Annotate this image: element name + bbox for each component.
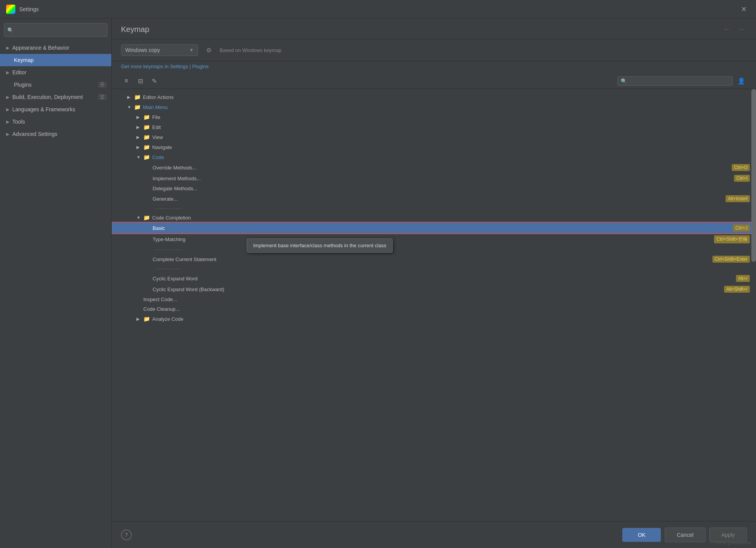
tree-item-label: Cyclic Expand Word [153,276,736,282]
sidebar-item-label: Keymap [14,57,34,63]
chevron-right-icon: ▶ [136,317,141,322]
sidebar-item-label: Advanced Settings [12,131,57,137]
shortcut-badge: Alt+Insert [726,195,750,202]
gear-button[interactable]: ⚙ [203,44,215,56]
help-button[interactable]: ? [121,530,132,540]
tree-item-label: Code Cleanup... [143,306,750,312]
back-arrow[interactable]: ← [721,25,733,34]
get-more-keymaps-link[interactable]: Get more keymaps in Settings | Plugins [121,64,208,69]
panel-header: Keymap ← → [112,18,756,39]
folder-icon: 📁 [143,114,150,120]
tree-item-delegate-methods[interactable]: Delegate Methods... [112,184,756,193]
shortcut-badge: Alt+/ [736,275,750,282]
separator: ------------ [112,245,756,254]
shortcut-badge: Ctrl+O [732,164,750,171]
sidebar-item-label: Editor [12,69,27,75]
shortcut-badge: Ctrl+Shift+空格 [714,235,750,243]
chevron-right-icon: ▶ [127,95,132,100]
sidebar-item-advanced[interactable] [0,140,111,146]
chevron-down-icon: ▼ [136,215,141,220]
shortcut-badge: Ctrl+Shift+Enter [712,256,750,263]
forward-arrow[interactable]: → [735,25,747,34]
tooltip-popup: Implement base interface/class methods i… [247,238,393,253]
person-button[interactable]: 👤 [736,75,747,86]
keymap-search[interactable]: 🔍 [617,76,733,86]
tree-item-view[interactable]: ▶ 📁 View [112,132,756,142]
tree-item-label: View [152,134,750,140]
shortcut-badge: Ctrl+I [734,175,750,182]
tree-item-label: Override Methods... [153,165,732,171]
sidebar-item-keymap[interactable]: Keymap [0,54,111,66]
sidebar-search[interactable]: 🔍 [4,23,108,37]
tree-item-complete-current[interactable]: Complete Current Statement Ctrl+Shift+En… [112,254,756,265]
tree-item-code-cleanup[interactable]: Code Cleanup... [112,304,756,314]
scrollbar-thumb[interactable] [751,89,756,262]
tree-item-label: Inspect Code... [143,297,750,302]
watermark: CSDN @Aesopcme [714,540,751,545]
tree-item-inspect-code[interactable]: Inspect Code... [112,295,756,304]
tree-item-edit[interactable]: ▶ 📁 Edit [112,122,756,132]
sidebar-item-version-control[interactable]: ▶ Build, Execution, Deployment ☰ [0,91,111,103]
folder-icon: 📁 [134,94,141,100]
expand-all-button[interactable]: ⊟ [135,75,146,86]
close-button[interactable]: ✕ [738,3,750,15]
window-title: Settings [19,6,738,12]
tooltip-text: Implement base interface/class methods i… [253,243,386,248]
cancel-button[interactable]: Cancel [665,528,706,542]
sidebar-item-label: Plugins [14,82,32,88]
sidebar-item-plugins[interactable]: Plugins ☰ [0,79,111,91]
chevron-right-icon: ▶ [6,95,9,100]
chevron-right-icon: ▶ [136,135,141,140]
sidebar-nav: ▶ Appearance & Behavior Keymap ▶ Editor … [0,42,111,548]
sidebar-item-build[interactable]: ▶ Languages & Frameworks [0,103,111,116]
tree-item-main-menu[interactable]: ▼ 📁 Main Menu [112,102,756,112]
sidebar-item-editor[interactable]: ▶ Editor [0,66,111,79]
tree-item-editor-actions[interactable]: ▶ 📁 Editor Actions [112,92,756,102]
help-label: ? [125,532,128,538]
settings-window: Settings ✕ 🔍 ▶ Appearance & Behavior Key… [0,0,756,548]
tree-item-label: Code Completion [152,215,750,221]
sidebar-item-languages[interactable]: ▶ Tools [0,116,111,128]
tree-item-implement-methods[interactable]: Implement Methods... Ctrl+I [112,173,756,184]
sidebar-item-label: Appearance & Behavior [12,45,69,51]
shortcut-badge: Alt+Shift+/ [724,286,750,293]
chevron-down-icon: ▼ [127,105,132,109]
tree-item-navigate[interactable]: ▶ 📁 Navigate [112,142,756,152]
tree-item-cyclic-expand-backward[interactable]: Cyclic Expand Word (Backward) Alt+Shift+… [112,284,756,295]
ok-button[interactable]: OK [622,528,661,542]
collapse-all-button[interactable]: ≡ [121,75,132,86]
chevron-right-icon: ▶ [136,145,141,150]
tree-item-code-completion[interactable]: ▼ 📁 Code Completion [112,213,756,223]
tree-item-file[interactable]: ▶ 📁 File [112,112,756,122]
tree-item-label: Type-Matching [153,236,714,242]
tree-item-generate[interactable]: Generate... Alt+Insert [112,193,756,204]
right-panel: Keymap ← → Windows copy ▼ ⚙ Based on Win… [112,18,756,548]
search-icon: 🔍 [7,27,13,33]
chevron-right-icon: ▶ [6,132,9,137]
folder-icon: 📁 [143,134,150,140]
tree-item-label: Delegate Methods... [153,186,750,191]
sidebar-item-appearance[interactable]: ▶ Appearance & Behavior [0,42,111,54]
sidebar-item-tools[interactable]: ▶ Advanced Settings [0,128,111,140]
sidebar: 🔍 ▶ Appearance & Behavior Keymap ▶ Edito… [0,18,112,548]
titlebar: Settings ✕ [0,0,756,18]
tree-item-basic[interactable]: Basic Ctrl+J [112,223,756,233]
tree-item-label: Complete Current Statement [153,256,712,262]
tree-item-analyze-code[interactable]: ▶ 📁 Analyze Code [112,314,756,324]
keymap-tree: ▶ 📁 Editor Actions ▼ 📁 Main Menu ▶ 📁 Fil… [112,89,756,521]
actions-toolbar: ≡ ⊟ ✎ 🔍 👤 [112,73,756,89]
tree-item-override-methods[interactable]: Override Methods... Ctrl+O [112,162,756,173]
sidebar-item-label: Tools [12,119,25,125]
folder-icon: 📁 [143,215,150,221]
scrollbar-track[interactable] [751,89,756,521]
tree-item-code[interactable]: ▼ 📁 Code [112,152,756,162]
tree-item-type-matching[interactable]: Type-Matching Ctrl+Shift+空格 [112,233,756,245]
keymap-scheme-dropdown[interactable]: Windows copy ▼ [121,44,198,56]
tree-item-cyclic-expand[interactable]: Cyclic Expand Word Alt+/ [112,273,756,284]
edit-shortcut-button[interactable]: ✎ [149,75,160,86]
scheme-label: Windows copy [125,47,160,53]
tree-item-label: File [152,114,750,120]
tree-item-label: Edit [152,124,750,130]
apply-button[interactable]: Apply [709,528,747,542]
app-icon [6,5,15,14]
